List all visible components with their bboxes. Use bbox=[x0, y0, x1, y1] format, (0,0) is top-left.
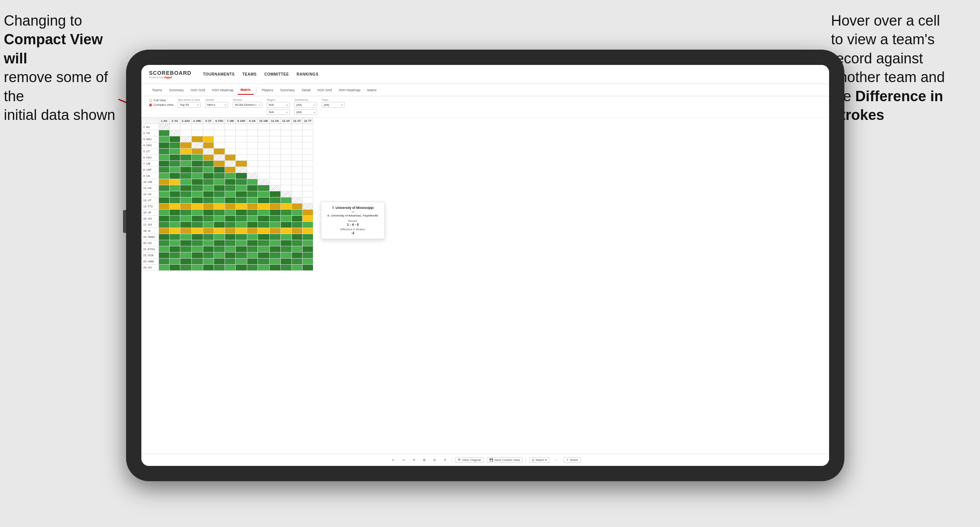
matrix-cell[interactable] bbox=[203, 240, 214, 246]
matrix-cell[interactable] bbox=[159, 204, 170, 210]
matrix-cell[interactable] bbox=[214, 130, 225, 136]
matrix-cell[interactable] bbox=[159, 167, 170, 173]
matrix-cell[interactable] bbox=[170, 228, 180, 234]
matrix-cell[interactable] bbox=[203, 173, 214, 179]
matrix-cell[interactable] bbox=[203, 185, 214, 191]
matrix-cell[interactable] bbox=[280, 142, 292, 149]
matrix-cell[interactable] bbox=[269, 155, 280, 161]
matrix-cell[interactable] bbox=[269, 228, 280, 234]
matrix-cell[interactable] bbox=[170, 149, 180, 155]
matrix-cell[interactable] bbox=[191, 130, 203, 136]
matrix-cell[interactable] bbox=[191, 222, 203, 228]
matrix-cell[interactable] bbox=[203, 179, 214, 185]
matrix-cell[interactable] bbox=[170, 142, 180, 149]
matrix-cell[interactable] bbox=[159, 228, 170, 234]
matrix-cell[interactable] bbox=[191, 228, 203, 234]
matrix-cell[interactable] bbox=[203, 204, 214, 210]
matrix-cell[interactable] bbox=[292, 155, 303, 161]
matrix-cell[interactable] bbox=[269, 259, 280, 265]
matrix-cell[interactable] bbox=[180, 234, 192, 240]
matrix-cell[interactable] bbox=[247, 149, 258, 155]
matrix-cell[interactable] bbox=[247, 246, 258, 252]
matrix-cell[interactable] bbox=[191, 216, 203, 222]
matrix-cell[interactable] bbox=[236, 173, 247, 179]
matrix-cell[interactable] bbox=[214, 234, 225, 240]
matrix-cell[interactable] bbox=[269, 167, 280, 173]
matrix-cell[interactable] bbox=[191, 204, 203, 210]
matrix-cell[interactable] bbox=[280, 136, 292, 142]
matrix-cell[interactable] bbox=[280, 252, 292, 259]
matrix-cell[interactable] bbox=[269, 130, 280, 136]
matrix-cell[interactable] bbox=[191, 265, 203, 271]
matrix-cell[interactable] bbox=[191, 210, 203, 216]
matrix-cell[interactable] bbox=[203, 216, 214, 222]
matrix-cell[interactable] bbox=[180, 179, 192, 185]
matrix-cell[interactable] bbox=[236, 124, 247, 130]
matrix-cell[interactable] bbox=[292, 204, 303, 210]
matrix-cell[interactable] bbox=[170, 167, 180, 173]
matrix-cell[interactable] bbox=[258, 246, 269, 252]
matrix-cell[interactable] bbox=[203, 124, 214, 130]
matrix-cell[interactable] bbox=[214, 149, 225, 155]
tab-players[interactable]: Players bbox=[259, 86, 276, 94]
matrix-cell[interactable] bbox=[303, 167, 313, 173]
matrix-cell[interactable] bbox=[303, 155, 313, 161]
matrix-cell[interactable] bbox=[180, 191, 192, 197]
matrix-cell[interactable] bbox=[280, 161, 292, 167]
matrix-cell[interactable] bbox=[159, 161, 170, 167]
matrix-cell[interactable] bbox=[247, 179, 258, 185]
matrix-cell[interactable] bbox=[180, 204, 192, 210]
matrix-cell[interactable] bbox=[303, 252, 313, 259]
matrix-cell[interactable] bbox=[269, 216, 280, 222]
matrix-cell[interactable] bbox=[236, 228, 247, 234]
nav-committee[interactable]: COMMITTEE bbox=[264, 71, 289, 78]
matrix-cell[interactable] bbox=[214, 246, 225, 252]
matrix-cell[interactable] bbox=[191, 124, 203, 130]
matrix-cell[interactable] bbox=[258, 228, 269, 234]
matrix-cell[interactable] bbox=[303, 210, 313, 216]
matrix-cell[interactable] bbox=[191, 240, 203, 246]
matrix-cell[interactable] bbox=[203, 197, 214, 204]
radio-full[interactable] bbox=[149, 99, 152, 102]
matrix-cell[interactable] bbox=[269, 124, 280, 130]
matrix-cell[interactable] bbox=[247, 161, 258, 167]
matrix-cell[interactable] bbox=[214, 161, 225, 167]
matrix-cell[interactable] bbox=[280, 265, 292, 271]
matrix-cell[interactable] bbox=[159, 173, 170, 179]
matrix-cell[interactable] bbox=[159, 197, 170, 204]
matrix-cell[interactable] bbox=[303, 136, 313, 142]
undo-btn[interactable]: ↩ bbox=[390, 457, 397, 462]
matrix-cell[interactable] bbox=[247, 222, 258, 228]
matrix-cell[interactable] bbox=[203, 130, 214, 136]
tab-h2h-grid[interactable]: H2H Grid bbox=[188, 86, 208, 94]
matrix-cell[interactable] bbox=[191, 155, 203, 161]
matrix-cell[interactable] bbox=[280, 210, 292, 216]
matrix-cell[interactable] bbox=[191, 191, 203, 197]
matrix-cell[interactable] bbox=[247, 191, 258, 197]
matrix-cell[interactable] bbox=[292, 216, 303, 222]
matrix-cell[interactable] bbox=[292, 179, 303, 185]
matrix-cell[interactable] bbox=[214, 222, 225, 228]
matrix-cell[interactable] bbox=[159, 252, 170, 259]
matrix-cell[interactable] bbox=[225, 240, 236, 246]
matrix-cell[interactable] bbox=[280, 240, 292, 246]
matrix-cell[interactable] bbox=[258, 136, 269, 142]
matrix-cell[interactable] bbox=[280, 216, 292, 222]
matrix-cell[interactable] bbox=[303, 149, 313, 155]
matrix-cell[interactable] bbox=[170, 222, 180, 228]
matrix-cell[interactable] bbox=[292, 259, 303, 265]
matrix-cell[interactable] bbox=[180, 149, 192, 155]
matrix-cell[interactable] bbox=[292, 252, 303, 259]
matrix-cell[interactable] bbox=[269, 161, 280, 167]
matrix-cell[interactable] bbox=[280, 234, 292, 240]
matrix-cell[interactable] bbox=[191, 167, 203, 173]
save-custom-btn[interactable]: 💾 Save Custom View bbox=[487, 457, 523, 463]
matrix-cell[interactable] bbox=[236, 191, 247, 197]
matrix-cell[interactable] bbox=[180, 161, 192, 167]
matrix-cell[interactable] bbox=[258, 240, 269, 246]
matrix-cell[interactable] bbox=[236, 197, 247, 204]
matrix-cell[interactable] bbox=[292, 142, 303, 149]
matrix-cell[interactable] bbox=[180, 259, 192, 265]
matrix-cell[interactable] bbox=[203, 246, 214, 252]
tab-matrix[interactable]: Matrix bbox=[238, 86, 254, 95]
